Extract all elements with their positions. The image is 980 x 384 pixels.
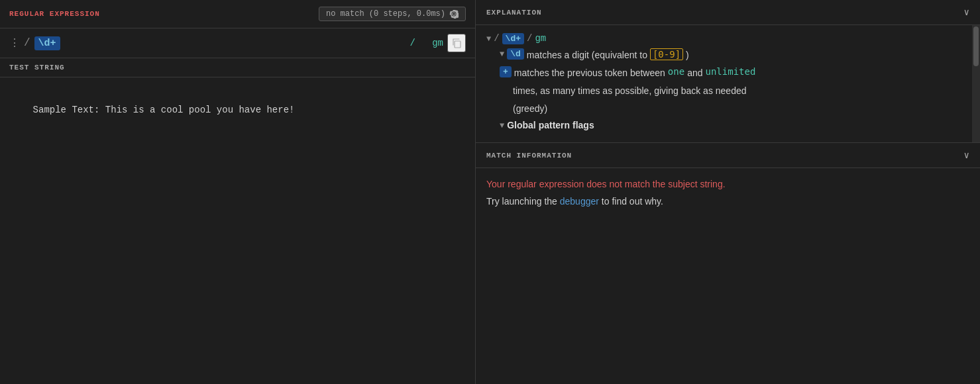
exp-one-text: one — [668, 66, 684, 77]
debugger-link-row: Try launching the debugger to find out w… — [486, 196, 969, 207]
flags-gm: gm — [432, 38, 443, 48]
test-string-title: TEST STRING — [9, 64, 65, 72]
triangle-down-icon[interactable]: ▼ — [486, 34, 491, 44]
exp-line-2: ▼ \d matches a digit (equivalent to [0-9… — [486, 47, 969, 64]
exp-line-6: ▼ Global pattern flags — [486, 119, 969, 132]
regex-header-left: REGULAR EXPRESSION — [9, 10, 100, 18]
debugger-link[interactable]: debugger — [560, 196, 599, 207]
scrollbar-thumb[interactable] — [973, 26, 979, 66]
exp-times-text: times, as many times as possible, giving… — [513, 84, 747, 98]
test-string-header: TEST STRING — [0, 58, 475, 77]
match-info-header: MATCH INFORMATION ∨ — [476, 143, 980, 168]
exp-plus-token: + — [500, 66, 512, 77]
explanation-body: ▼ / \d+ / gm ▼ \d matches a digit (equiv… — [476, 25, 980, 142]
exp-line-1: ▼ / \d+ / gm — [486, 32, 969, 46]
exp-slash-1: / — [494, 33, 499, 44]
find-out-text: to find out why. — [602, 196, 663, 207]
exp-greedy-text: (greedy) — [513, 102, 547, 116]
explanation-scrollbar[interactable] — [972, 25, 980, 142]
exp-flags-token: gm — [535, 33, 546, 44]
copy-button[interactable] — [447, 34, 466, 52]
regex-title: REGULAR EXPRESSION — [9, 10, 100, 18]
test-string-content: Sample Text: This is a cool pool you hav… — [33, 105, 295, 115]
match-info-chevron-icon[interactable]: ∨ — [964, 150, 969, 161]
exp-plus-text1: matches the previous token between — [514, 66, 665, 80]
exp-token-d-plus: \d+ — [502, 33, 524, 44]
exp-unlimited-text: unlimited — [706, 66, 756, 77]
svg-rect-0 — [455, 41, 461, 48]
triangle-global-icon[interactable]: ▼ — [500, 121, 504, 130]
exp-line-5: (greedy) — [486, 101, 969, 117]
regex-header: REGULAR EXPRESSION no match (0 steps, 0.… — [0, 0, 475, 28]
exp-char-class-token: [0-9] — [650, 48, 683, 60]
right-panel: EXPLANATION ∨ ▼ / \d+ / gm ▼ \d matches … — [476, 0, 980, 384]
no-match-text: Your regular expression does not match t… — [486, 179, 969, 189]
slash-close: / — [410, 38, 415, 48]
status-text: no match (0 steps, 0.0ms) — [326, 9, 445, 19]
explanation-chevron-icon[interactable]: ∨ — [964, 7, 969, 18]
status-badge: no match (0 steps, 0.0ms) — [319, 7, 466, 21]
left-panel: REGULAR EXPRESSION no match (0 steps, 0.… — [0, 0, 476, 384]
regex-input-row: ⋮ / \d+ / gm — [0, 28, 475, 58]
test-string-area[interactable]: Sample Text: This is a cool pool you hav… — [0, 77, 475, 384]
exp-and-text: and — [687, 66, 702, 80]
explanation-title: EXPLANATION — [486, 9, 542, 17]
exp-backslash-d-token: \d — [507, 48, 524, 60]
explanation-header: EXPLANATION ∨ — [476, 0, 980, 25]
explanation-section: EXPLANATION ∨ ▼ / \d+ / gm ▼ \d matches … — [476, 0, 980, 143]
try-launching-text: Try launching the — [486, 196, 560, 207]
exp-line-3: + matches the previous token between one… — [486, 65, 969, 81]
exp-global-flags-text: Global pattern flags — [507, 120, 594, 130]
exp-closing-paren: ) — [686, 48, 689, 62]
match-info-title: MATCH INFORMATION — [486, 152, 572, 160]
regex-flags: / gm — [410, 38, 443, 48]
exp-line-4: times, as many times as possible, giving… — [486, 83, 969, 99]
match-info-body: Your regular expression does not match t… — [476, 168, 980, 217]
exp-slash-2: / — [527, 33, 532, 44]
regex-token[interactable]: \d+ — [34, 36, 60, 50]
gear-icon[interactable] — [449, 9, 459, 19]
triangle-d-icon[interactable]: ▼ — [500, 50, 504, 59]
drag-handle-icon[interactable]: ⋮ — [9, 36, 20, 50]
open-slash: / — [24, 37, 30, 49]
match-info-section: MATCH INFORMATION ∨ Your regular express… — [476, 143, 980, 384]
exp-digit-text: matches a digit (equivalent to — [527, 48, 647, 62]
